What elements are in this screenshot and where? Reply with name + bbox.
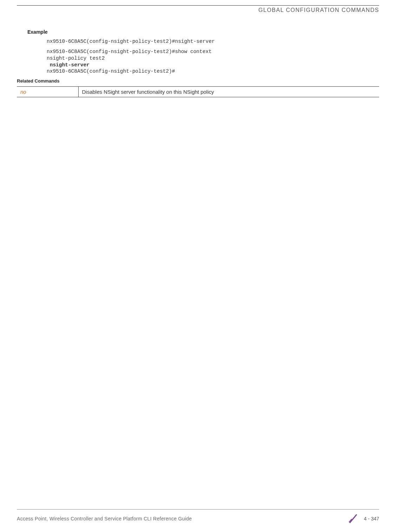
- footer-rule: [17, 509, 379, 510]
- header-title: GLOBAL CONFIGURATION COMMANDS: [17, 7, 379, 13]
- code-block-1: nx9510-6C8A5C(config-nsight-policy-test2…: [47, 38, 379, 45]
- footer-slash-icon: [347, 512, 359, 525]
- footer-content: Access Point, Wireless Controller and Se…: [17, 512, 379, 525]
- example-heading: Example: [27, 29, 379, 35]
- svg-line-0: [350, 514, 357, 523]
- page-footer: Access Point, Wireless Controller and Se…: [17, 509, 379, 525]
- code-line-5: nx9510-6C8A5C(config-nsight-policy-test2…: [47, 68, 175, 74]
- header-rule: [17, 5, 379, 6]
- related-commands-heading: Related Commands: [17, 78, 379, 84]
- related-commands-table: no Disables NSight server functionality …: [17, 86, 379, 97]
- footer-guide-title: Access Point, Wireless Controller and Se…: [17, 516, 192, 521]
- code-block-2: nx9510-6C8A5C(config-nsight-policy-test2…: [47, 48, 379, 75]
- description-cell: Disables NSight server functionality on …: [78, 87, 379, 97]
- code-line-4-bold: nsight-server: [47, 62, 90, 68]
- code-line-2: nx9510-6C8A5C(config-nsight-policy-test2…: [47, 49, 212, 54]
- code-line-3: nsight-policy test2: [47, 55, 105, 61]
- page-number: 4 - 347: [364, 516, 379, 521]
- command-cell: no: [17, 87, 78, 97]
- table-row: no Disables NSight server functionality …: [17, 87, 379, 97]
- footer-right: 4 - 347: [347, 512, 379, 525]
- page-container: GLOBAL CONFIGURATION COMMANDS Example nx…: [0, 0, 396, 532]
